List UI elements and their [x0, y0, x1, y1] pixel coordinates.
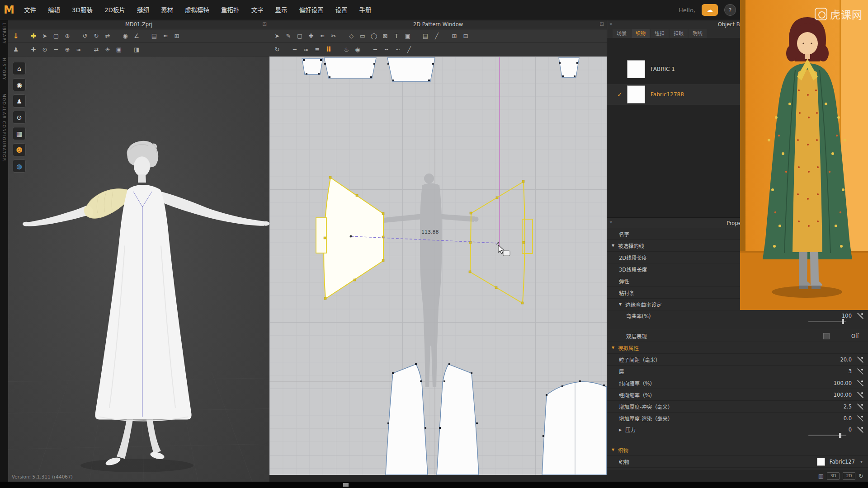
dress-3d[interactable] [95, 185, 191, 419]
cloud-sync-button[interactable]: ☁ [702, 4, 718, 16]
cut-icon[interactable]: ✂ [329, 31, 339, 41]
section-toggle-icon[interactable]: ▶ [619, 428, 625, 432]
menu-item-4[interactable]: 缝纫 [131, 0, 155, 20]
property-row[interactable]: 经向缩率（%）100.00 [607, 389, 868, 401]
section-toggle-icon[interactable]: ▼ [612, 448, 618, 452]
pin-avatar-icon[interactable]: ✚ [28, 45, 38, 55]
menu-item-2[interactable]: 3D服装 [66, 0, 99, 20]
tab-0[interactable]: 场景 [613, 29, 631, 38]
avatar-pose-icon[interactable]: ♟ [11, 45, 21, 55]
float-window-icon[interactable]: ◳ [263, 21, 267, 26]
menu-item-6[interactable]: 虚拟模特 [179, 0, 215, 20]
select-box-icon[interactable]: ▢ [51, 31, 61, 41]
wind-icon[interactable]: ≈ [74, 45, 84, 55]
property-value[interactable]: 2.5 [826, 404, 852, 410]
knife-icon[interactable]: ╱ [404, 45, 414, 55]
free-sew-icon[interactable]: ≈ [301, 45, 311, 55]
adjust-icon[interactable] [857, 368, 863, 375]
transform-pattern-icon[interactable]: ➤ [272, 31, 282, 41]
show-grid-icon[interactable]: ⊞ [449, 31, 459, 41]
sync-2d-icon[interactable]: ↻ [272, 45, 282, 55]
refresh-icon[interactable]: ↻ [859, 473, 863, 479]
mirror-icon[interactable]: ⇄ [91, 45, 101, 55]
tab-4[interactable]: 明线 [689, 29, 707, 38]
edit-sew-icon[interactable]: ⠿ [324, 45, 334, 55]
view-3d-button[interactable]: 3D [827, 472, 840, 480]
canvas-3d[interactable]: ⌂◉♟⊙▦☻◍ [8, 56, 269, 482]
menu-item-7[interactable]: 重拓扑 [215, 0, 245, 20]
dock-tab-1[interactable]: HISTORY [2, 58, 6, 80]
grid-3d-icon[interactable]: ⊞ [172, 31, 182, 41]
line-solid-icon[interactable]: ━ [370, 45, 380, 55]
tape-measure-icon[interactable]: ─ [51, 45, 61, 55]
menu-item-0[interactable]: 文件 [18, 0, 42, 20]
property-value[interactable]: 0 [826, 427, 852, 433]
pane-layout-icon[interactable]: ▥ [818, 473, 824, 479]
property-row[interactable]: 增加厚度-冲突（毫米）2.5 [607, 401, 868, 413]
mn-sew-icon[interactable]: ≡ [312, 45, 322, 55]
tab-2[interactable]: 纽扣 [651, 29, 669, 38]
select-move-icon[interactable]: ➤ [40, 31, 50, 41]
avatar-editor-icon[interactable]: ☻ [13, 143, 26, 156]
tab-3[interactable]: 扣眼 [670, 29, 688, 38]
shrink-icon[interactable]: ◉ [353, 45, 363, 55]
light-icon[interactable]: ☀ [103, 45, 113, 55]
collapse-panel-icon[interactable]: « [609, 21, 613, 27]
checkbox[interactable] [823, 333, 830, 339]
slider-track[interactable] [808, 321, 846, 322]
slider-track[interactable] [808, 435, 846, 436]
seam-allowance-icon[interactable]: ▤ [420, 31, 430, 41]
rotate-x-icon[interactable]: ↺ [80, 31, 90, 41]
segment-sew-icon[interactable]: ─ [290, 45, 300, 55]
simulate-icon[interactable]: ↓ [11, 31, 21, 41]
menu-item-5[interactable]: 素材 [155, 0, 179, 20]
pattern-pieces-bottom[interactable] [386, 364, 607, 475]
pattern-image-icon[interactable]: ▣ [403, 31, 413, 41]
show-attachments-icon[interactable]: ⊙ [13, 111, 26, 124]
adjust-icon[interactable] [857, 357, 863, 363]
adjust-icon[interactable] [857, 404, 863, 410]
rectangle-icon[interactable]: ▭ [358, 31, 368, 41]
float-window-icon[interactable]: ◳ [600, 21, 604, 26]
grain-line-icon[interactable]: ╱ [432, 31, 442, 41]
menu-item-12[interactable]: 手册 [353, 0, 377, 20]
property-row[interactable]: 织物Fabric127▾ [607, 456, 868, 468]
edit-pattern-icon[interactable]: ✎ [283, 31, 293, 41]
property-row[interactable]: 层3 [607, 366, 868, 377]
circle-icon[interactable]: ◯ [369, 31, 379, 41]
canvas-2d[interactable]: 113.88 [269, 56, 607, 475]
show-avatar-icon[interactable]: ◉ [13, 78, 26, 91]
add-point-icon[interactable]: ✚ [306, 31, 316, 41]
property-row[interactable]: 双层表现Off [607, 330, 868, 342]
steam-icon[interactable]: ♨ [341, 45, 351, 55]
property-value[interactable]: 20.0 [826, 357, 852, 363]
fold-arrangement-icon[interactable]: ∠ [132, 31, 142, 41]
flatten-icon[interactable]: ▤ [149, 31, 159, 41]
rotate-y-icon[interactable]: ↻ [91, 31, 101, 41]
adjust-icon[interactable] [857, 415, 863, 422]
property-value[interactable]: 100.00 [826, 380, 852, 386]
adjust-icon[interactable] [857, 392, 863, 398]
render-icon[interactable]: ◨ [132, 45, 142, 55]
property-value[interactable]: 3 [826, 368, 852, 375]
edit-curve-icon[interactable]: ≈ [317, 31, 327, 41]
fabric-swatch[interactable] [627, 60, 645, 78]
polygon-icon[interactable]: ◇ [346, 31, 356, 41]
fabric-swatch[interactable] [627, 85, 645, 103]
property-row[interactable]: ▶压力0 [607, 424, 868, 444]
view-2d-button[interactable]: 2D [843, 472, 855, 480]
stitch-display-icon[interactable]: ≈ [160, 31, 170, 41]
online-library-icon[interactable]: ◍ [13, 160, 26, 173]
show-garment-icon[interactable]: ⌂ [13, 62, 26, 75]
menu-item-3[interactable]: 2D板片 [99, 0, 131, 20]
section-toggle-icon[interactable]: ▼ [612, 346, 618, 350]
menu-item-9[interactable]: 显示 [269, 0, 293, 20]
line-dash-icon[interactable]: ╌ [382, 45, 392, 55]
property-row[interactable]: ▼织物 [607, 444, 868, 456]
property-value[interactable]: Off [833, 333, 859, 339]
property-row[interactable]: ▼模拟属性 [607, 342, 868, 354]
slider-handle[interactable] [839, 433, 841, 438]
dock-tab-2[interactable]: MODULAR CONFIGURATOR [2, 94, 6, 162]
menu-item-1[interactable]: 编辑 [42, 0, 66, 20]
adjust-icon[interactable] [857, 313, 863, 319]
